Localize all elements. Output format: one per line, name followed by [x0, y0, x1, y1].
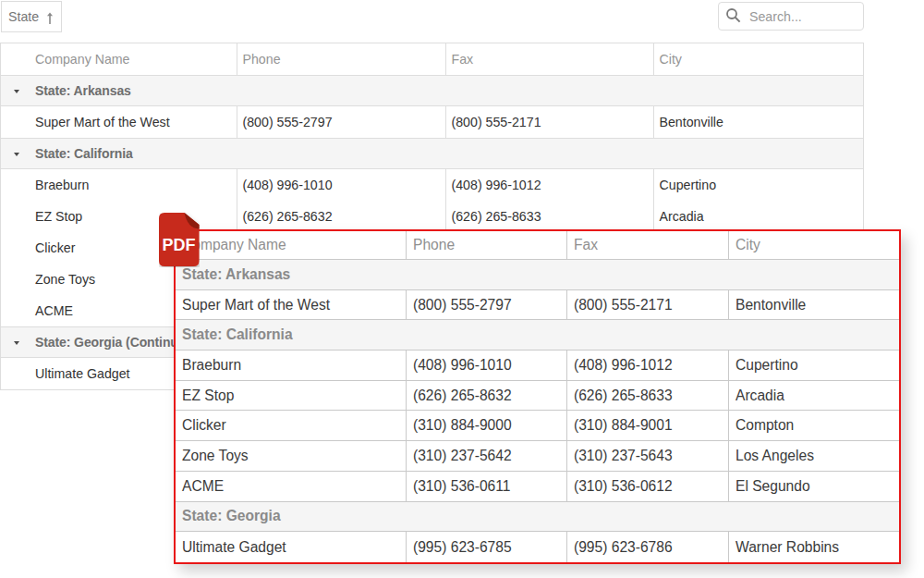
svg-text:PDF: PDF	[163, 236, 196, 254]
